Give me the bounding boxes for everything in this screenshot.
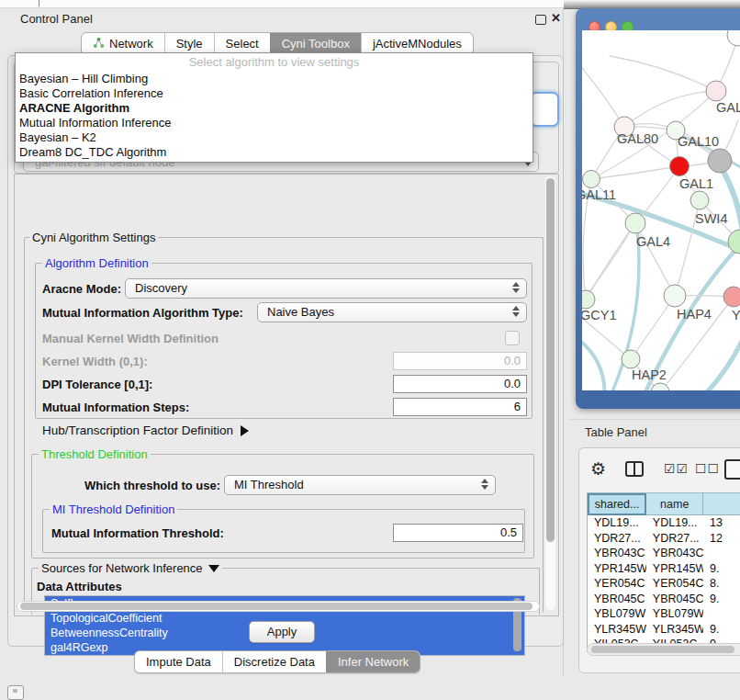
settings-hscrollbar[interactable]: [17, 601, 540, 612]
sources-group-title[interactable]: Sources for Network Inference: [39, 561, 222, 575]
algorithm-option[interactable]: Mutual Information Inference: [16, 116, 533, 130]
tab-discretize-data[interactable]: Discretize Data: [222, 651, 326, 672]
algorithm-option[interactable]: Basic Correlation Inference: [16, 86, 533, 101]
mi-steps-field[interactable]: 6: [393, 398, 527, 416]
table-cell[interactable]: YBR043C: [646, 546, 703, 561]
network-node[interactable]: [708, 149, 732, 173]
table-cell[interactable]: 8.: [703, 576, 740, 592]
network-node[interactable]: [582, 290, 595, 309]
algorithm-combobox[interactable]: [530, 92, 559, 127]
network-node[interactable]: [706, 81, 726, 101]
table-cell[interactable]: YDL19...: [588, 515, 646, 531]
table-row[interactable]: YDL19...YDL19...13: [588, 515, 740, 531]
network-edge[interactable]: [635, 166, 679, 223]
minimized-panel-icon[interactable]: [7, 685, 24, 700]
column-header-shared-name[interactable]: shared...: [588, 493, 646, 515]
network-view-window: GAL7GAL80GAL10GAL1GAL11SWI4GAL4GCY1HAP4Y…: [576, 8, 740, 409]
network-node-label: Y: [732, 308, 740, 322]
table-cell[interactable]: YER054C: [646, 576, 703, 592]
network-node[interactable]: [622, 350, 640, 368]
table-row[interactable]: YBR043CYBR043C: [588, 546, 740, 561]
network-edge[interactable]: [670, 333, 740, 390]
table-row[interactable]: YBR045CYBR045C9.: [588, 592, 740, 607]
scrollbar-thumb[interactable]: [591, 646, 734, 653]
tab-network[interactable]: Network: [82, 33, 164, 54]
tab-cyni-toolbox[interactable]: Cyni Toolbox: [270, 33, 361, 54]
hub-definition-toggle[interactable]: Hub/Transcription Factor Definition: [42, 423, 249, 437]
table-cell[interactable]: 12: [703, 531, 740, 547]
table-row[interactable]: YPR145WYPR145W9.: [588, 561, 740, 577]
table-cell[interactable]: YLR345W: [588, 622, 646, 638]
settings-vscrollbar[interactable]: [545, 176, 555, 610]
network-edge[interactable]: [591, 166, 679, 179]
tab-impute-data[interactable]: Impute Data: [135, 651, 222, 672]
tab-style[interactable]: Style: [164, 33, 214, 54]
scrollbar-thumb[interactable]: [20, 603, 533, 610]
mi-type-combo[interactable]: Naive Bayes: [257, 302, 527, 322]
tab-infer-network[interactable]: Infer Network: [326, 651, 420, 672]
network-node[interactable]: [625, 213, 645, 233]
algorithm-option[interactable]: Bayesian – K2: [16, 130, 533, 145]
network-node[interactable]: [727, 30, 740, 46]
mi-steps-label: Mutual Information Steps:: [42, 401, 189, 414]
close-panel-icon[interactable]: ✕: [551, 11, 561, 25]
table-cell[interactable]: YBL079W: [646, 606, 703, 622]
network-node[interactable]: [690, 191, 709, 209]
table-cell[interactable]: YBR043C: [588, 546, 646, 561]
tab-jactivemnodules[interactable]: jActiveMNodules: [361, 33, 473, 54]
scrollbar-thumb[interactable]: [546, 178, 555, 542]
kernel-width-field[interactable]: 0.0: [393, 352, 527, 370]
table-cell[interactable]: [703, 606, 740, 622]
network-edge[interactable]: [624, 91, 716, 127]
table-cell[interactable]: 9.: [703, 561, 740, 577]
network-edge[interactable]: [582, 335, 605, 390]
table-row[interactable]: YDR27...YDR27...12: [588, 531, 740, 547]
network-node[interactable]: [723, 287, 740, 307]
table-cell[interactable]: YDR27...: [646, 531, 703, 547]
table-cell[interactable]: 13: [703, 515, 740, 531]
table-cell[interactable]: YBR045C: [588, 592, 646, 607]
gear-icon[interactable]: ⚙: [590, 459, 606, 480]
column-header-partial[interactable]: [703, 493, 740, 515]
table-cell[interactable]: YER054C: [588, 576, 646, 592]
tab-select[interactable]: Select: [214, 33, 270, 54]
new-table-icon[interactable]: [724, 459, 740, 480]
deselect-all-icon[interactable]: ☐☐: [695, 461, 720, 476]
algorithm-option[interactable]: Bayesian – Hill Climbing: [16, 72, 533, 86]
mi-threshold-field[interactable]: 0.5: [393, 524, 523, 542]
table-row[interactable]: YLR345WYLR345W9.: [588, 622, 740, 638]
network-canvas[interactable]: GAL7GAL80GAL10GAL1GAL11SWI4GAL4GCY1HAP4Y…: [582, 30, 740, 390]
table-row[interactable]: YBL079WYBL079W: [588, 606, 740, 622]
table-cell[interactable]: YPR145W: [588, 561, 646, 577]
aracne-mode-combo[interactable]: Discovery: [125, 278, 527, 299]
network-edge[interactable]: [582, 62, 624, 127]
table-cell[interactable]: YLR345W: [646, 622, 703, 638]
table-cell[interactable]: 9.: [703, 622, 740, 638]
table-cell[interactable]: YBL079W: [588, 606, 646, 622]
which-threshold-combo[interactable]: MI Threshold: [224, 475, 496, 495]
network-node[interactable]: [670, 157, 690, 176]
float-panel-icon[interactable]: [535, 15, 546, 25]
network-node[interactable]: [664, 285, 686, 307]
table-cell[interactable]: 9.: [703, 592, 740, 607]
table-cell[interactable]: YDL19...: [646, 515, 703, 531]
select-all-icon[interactable]: ☑☑: [664, 461, 689, 476]
table-cell[interactable]: YDR27...: [588, 531, 646, 547]
table-row[interactable]: YER054CYER054C8.: [588, 576, 740, 592]
column-header-name[interactable]: name: [646, 493, 703, 515]
manual-kernel-label: Manual Kernel Width Definition: [42, 332, 219, 345]
table-hscrollbar[interactable]: [587, 643, 740, 656]
table-cell[interactable]: [703, 546, 740, 561]
apply-button[interactable]: Apply: [249, 621, 315, 643]
table-cell[interactable]: YBR045C: [646, 592, 703, 607]
table-cell[interactable]: YPR145W: [646, 561, 703, 577]
algorithm-option-selected[interactable]: ARACNE Algorithm: [16, 101, 533, 116]
dpi-tolerance-field[interactable]: 0.0: [393, 375, 527, 393]
network-node[interactable]: [728, 230, 740, 254]
network-edge[interactable]: [722, 168, 740, 240]
columns-icon[interactable]: [625, 461, 644, 477]
network-edge[interactable]: [610, 56, 716, 91]
network-node[interactable]: [583, 171, 600, 188]
manual-kernel-checkbox[interactable]: [505, 331, 520, 345]
algorithm-option[interactable]: Dream8 DC_TDC Algorithm: [16, 145, 533, 160]
